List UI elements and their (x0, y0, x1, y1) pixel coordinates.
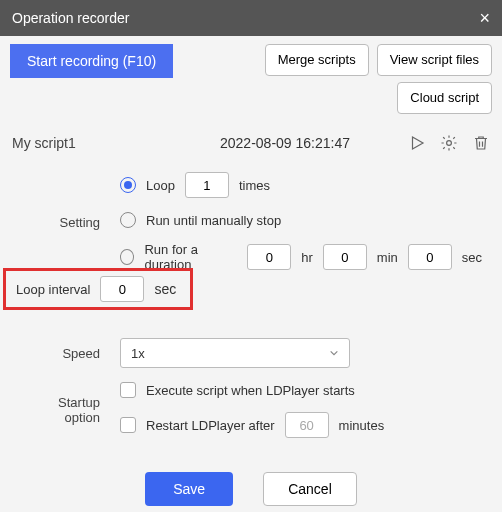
chevron-down-icon (329, 348, 339, 358)
svg-point-0 (447, 141, 452, 146)
script-row: My script1 2022-08-09 16:21:47 (0, 114, 502, 162)
script-date: 2022-08-09 16:21:47 (174, 135, 396, 151)
save-button[interactable]: Save (145, 472, 233, 506)
window-title: Operation recorder (12, 10, 130, 26)
restart-minutes-input[interactable] (285, 412, 329, 438)
restart-label: Restart LDPlayer after (146, 418, 275, 433)
speed-label: Speed (20, 346, 100, 361)
loop-radio[interactable] (120, 177, 136, 193)
merge-scripts-button[interactable]: Merge scripts (265, 44, 369, 76)
close-icon[interactable]: × (479, 8, 490, 29)
titlebar: Operation recorder × (0, 0, 502, 36)
duration-min-input[interactable] (323, 244, 367, 270)
times-label: times (239, 178, 270, 193)
loop-times-input[interactable] (185, 172, 229, 198)
toolbar: Start recording (F10) Merge scripts View… (0, 36, 502, 114)
cloud-script-button[interactable]: Cloud script (397, 82, 492, 114)
loop-interval-input[interactable] (100, 276, 144, 302)
trash-icon[interactable] (472, 134, 490, 152)
speed-select[interactable]: 1x (120, 338, 350, 368)
run-manual-radio[interactable] (120, 212, 136, 228)
gear-icon[interactable] (440, 134, 458, 152)
run-manual-label: Run until manually stop (146, 213, 281, 228)
run-duration-radio[interactable] (120, 249, 134, 265)
start-recording-button[interactable]: Start recording (F10) (10, 44, 173, 78)
loop-interval-unit: sec (154, 281, 176, 297)
loop-label: Loop (146, 178, 175, 193)
settings-form: Setting Loop times Run until manually st… (0, 162, 502, 438)
execute-on-start-label: Execute script when LDPlayer starts (146, 383, 355, 398)
execute-on-start-checkbox[interactable] (120, 382, 136, 398)
setting-label: Setting (20, 215, 100, 230)
hr-label: hr (301, 250, 313, 265)
restart-checkbox[interactable] (120, 417, 136, 433)
duration-sec-input[interactable] (408, 244, 452, 270)
loop-interval-label: Loop interval (16, 282, 90, 297)
cancel-button[interactable]: Cancel (263, 472, 357, 506)
play-icon[interactable] (408, 134, 426, 152)
speed-value: 1x (131, 346, 145, 361)
min-label: min (377, 250, 398, 265)
script-name: My script1 (12, 135, 162, 151)
footer: Save Cancel (0, 452, 502, 512)
sec-label: sec (462, 250, 482, 265)
loop-interval-highlight: Loop interval sec (3, 268, 193, 310)
restart-unit: minutes (339, 418, 385, 433)
duration-hr-input[interactable] (247, 244, 291, 270)
startup-label: Startup option (20, 395, 100, 425)
view-script-files-button[interactable]: View script files (377, 44, 492, 76)
